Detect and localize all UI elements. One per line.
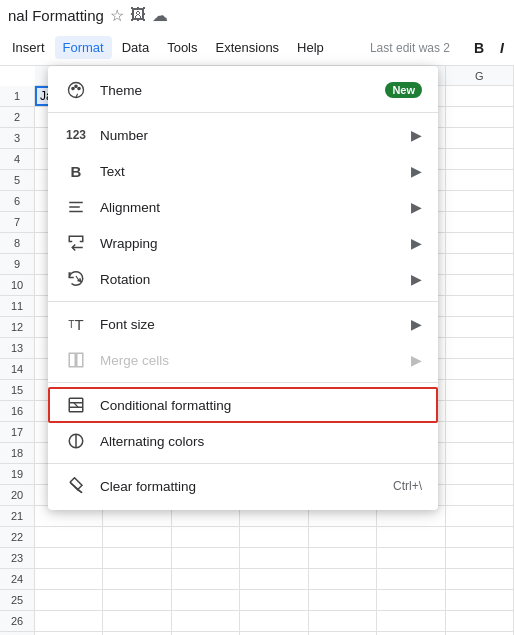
font-size-icon: TT [64,316,88,333]
font-size-arrow: ▶ [411,316,422,332]
alternating-colors-icon [64,432,88,450]
col-g-header[interactable]: G [446,66,514,85]
conditional-formatting-label: Conditional formatting [100,398,422,413]
menu-format[interactable]: Format [55,36,112,59]
divider-4 [48,463,438,464]
cell-g5[interactable] [446,170,514,190]
menu-extensions[interactable]: Extensions [208,36,288,59]
menu-item-wrapping[interactable]: Wrapping ▶ [48,225,438,261]
row-num-15: 15 [0,380,35,401]
palette-icon [64,81,88,99]
menu-insert[interactable]: Insert [4,36,53,59]
row-num-6: 6 [0,191,35,212]
clear-formatting-icon [64,477,88,495]
row-23 [35,548,514,569]
row-num-19: 19 [0,464,35,485]
folder-icon[interactable]: 🖼 [130,6,146,24]
font-size-label: Font size [100,317,403,332]
row-num-17: 17 [0,422,35,443]
divider-3 [48,382,438,383]
menu-item-theme[interactable]: Theme New [48,72,438,108]
clear-formatting-label: Clear formatting [100,479,385,494]
number-icon: 123 [64,128,88,142]
row-num-23: 23 [0,548,35,569]
row-24 [35,569,514,590]
number-label: Number [100,128,403,143]
wrapping-label: Wrapping [100,236,403,251]
svg-rect-9 [69,353,75,367]
theme-label: Theme [100,83,377,98]
text-bold-icon: B [64,163,88,180]
last-edit-text: Last edit was 2 [362,37,458,59]
row-num-22: 22 [0,527,35,548]
menu-item-font-size[interactable]: TT Font size ▶ [48,306,438,342]
row-num-20: 20 [0,485,35,506]
row-num-14: 14 [0,359,35,380]
cell-g1[interactable] [446,86,514,106]
rotation-label: Rotation [100,272,403,287]
row-num-18: 18 [0,443,35,464]
menu-item-merge-cells: Merge cells ▶ [48,342,438,378]
text-arrow: ▶ [411,163,422,179]
menu-item-rotation[interactable]: Rotation ▶ [48,261,438,297]
menu-item-text[interactable]: B Text ▶ [48,153,438,189]
wrapping-icon [64,234,88,252]
menu-item-alignment[interactable]: Alignment ▶ [48,189,438,225]
wrapping-arrow: ▶ [411,235,422,251]
menu-bar: Insert Format Data Tools Extensions Help… [0,30,514,66]
row-26 [35,611,514,632]
rotation-icon [64,270,88,288]
row-num-26: 26 [0,611,35,632]
row-num-7: 7 [0,212,35,233]
row-num-25: 25 [0,590,35,611]
row-num-21: 21 [0,506,35,527]
row-num-24: 24 [0,569,35,590]
merge-icon [64,351,88,369]
menu-help[interactable]: Help [289,36,332,59]
menu-item-number[interactable]: 123 Number ▶ [48,117,438,153]
row-num-2: 2 [0,107,35,128]
text-label: Text [100,164,403,179]
alignment-label: Alignment [100,200,403,215]
row-22 [35,527,514,548]
cell-g2[interactable] [446,107,514,127]
row-num-1: 1 [0,86,35,107]
divider-1 [48,112,438,113]
menu-data[interactable]: Data [114,36,157,59]
title-bar: nal Formatting ☆ 🖼 ☁ [0,0,514,30]
menu-item-conditional-formatting[interactable]: Conditional formatting [48,387,438,423]
star-icon[interactable]: ☆ [110,6,124,25]
alternating-colors-label: Alternating colors [100,434,422,449]
row-num-11: 11 [0,296,35,317]
row-num-9: 9 [0,254,35,275]
row-num-5: 5 [0,170,35,191]
row-num-13: 13 [0,338,35,359]
conditional-formatting-icon [64,396,88,414]
cell-g3[interactable] [446,128,514,148]
menu-item-clear-formatting[interactable]: Clear formatting Ctrl+\ [48,468,438,504]
cell-g6[interactable] [446,191,514,211]
menu-tools[interactable]: Tools [159,36,205,59]
svg-line-8 [76,276,79,281]
row-num-4: 4 [0,149,35,170]
row-num-3: 3 [0,128,35,149]
alignment-icon [64,198,88,216]
svg-rect-10 [77,353,83,367]
document-title: nal Formatting [8,7,104,24]
alignment-arrow: ▶ [411,199,422,215]
row-num-8: 8 [0,233,35,254]
row-25 [35,590,514,611]
cell-g4[interactable] [446,149,514,169]
merge-cells-label: Merge cells [100,353,403,368]
menu-item-alternating-colors[interactable]: Alternating colors [48,423,438,459]
rotation-arrow: ▶ [411,271,422,287]
bold-button[interactable]: B [468,38,490,58]
row-num-10: 10 [0,275,35,296]
number-arrow: ▶ [411,127,422,143]
merge-arrow: ▶ [411,352,422,368]
toolbar-right: B I [468,38,510,58]
svg-point-2 [75,85,77,87]
row-numbers: 1 2 3 4 5 6 7 8 9 10 11 12 13 14 15 16 1… [0,86,35,635]
cloud-icon[interactable]: ☁ [152,6,168,25]
italic-button[interactable]: I [494,38,510,58]
